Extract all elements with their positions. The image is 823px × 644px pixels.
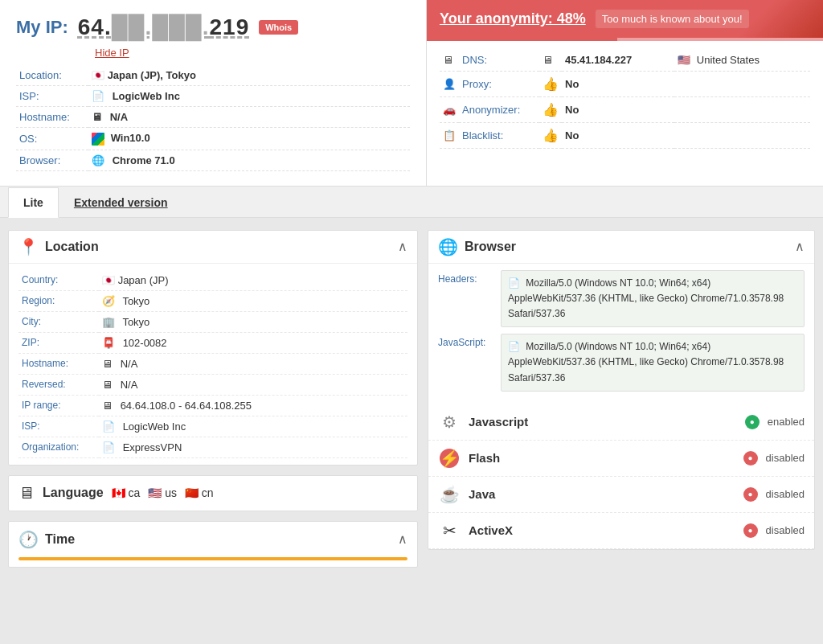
activex-row: ✂ ActiveX ● disabled [428, 513, 814, 549]
org-icon: 📄 [102, 441, 115, 453]
javascript-row: ⚙ Javascript ● enabled [428, 404, 814, 441]
location-header-left: 📍 Location [18, 237, 99, 256]
city-value: 🏢 Tokyo [99, 311, 407, 332]
dns-label: DNS: [459, 49, 539, 72]
loc-isp-label: ISP: [18, 416, 99, 437]
js-value: 📄 Mozilla/5.0 (Windows NT 10.0; Win64; x… [501, 334, 805, 392]
region-value: 🧭 Tokyo [99, 290, 407, 311]
isp-icon: 📄 [92, 90, 104, 102]
anonymity-subtitle: Too much is known about you! [596, 10, 749, 28]
my-ip-label: My IP: [16, 17, 68, 38]
reversed-label: Reversed: [18, 374, 99, 395]
anonymizer-label: Anonymizer: [459, 97, 539, 123]
java-icon-cell: ☕ [438, 483, 461, 506]
org-row: Organization: 📄 ExpressVPN [18, 437, 407, 457]
left-column: 📍 Location ∧ Country: 🇯🇵 Japan (JP) [8, 230, 418, 568]
location-collapse-icon[interactable]: ∧ [398, 239, 407, 254]
blacklist-thumb-cell: 👍 [539, 123, 562, 149]
headers-icon: 📄 [508, 277, 520, 289]
java-name: Java [469, 487, 735, 501]
right-column: 🌐 Browser ∧ Headers: 📄 Mozilla/5.0 (Wind… [428, 230, 815, 568]
anonymizer-icon-cell: 🚗 [440, 97, 459, 123]
dns-value: 45.41.184.227 [562, 49, 674, 72]
flash-icon: ⚡ [440, 449, 459, 468]
tab-extended[interactable]: Extended version [59, 187, 183, 218]
javascript-status: enabled [768, 416, 805, 428]
javascript-icon: ⚙ [442, 412, 457, 432]
time-card: 🕐 Time ∧ [8, 521, 418, 568]
country-row: Country: 🇯🇵 Japan (JP) [18, 270, 407, 291]
japan-flag-icon: 🇯🇵 [92, 69, 104, 81]
blacklist-label: Blacklist: [459, 123, 539, 149]
js-section: JavaScript: 📄 Mozilla/5.0 (Windows NT 10… [438, 334, 805, 392]
hostname-label: Hostname: [16, 107, 88, 128]
tab-lite[interactable]: Lite [8, 187, 59, 218]
zip-icon: 📮 [102, 337, 115, 349]
whois-badge[interactable]: Whois [259, 20, 298, 35]
windows-icon [92, 133, 104, 146]
anonymity-header: Your anonymity: 48% Too much is known ab… [427, 0, 823, 38]
isp-value: 📄 LogicWeb Inc [88, 86, 410, 107]
reversed-value: 🖥 N/A [99, 374, 407, 395]
isp-label: ISP: [16, 86, 88, 107]
region-icon: 🧭 [102, 295, 115, 307]
browser-card-body: Headers: 📄 Mozilla/5.0 (Windows NT 10.0;… [428, 264, 814, 404]
time-card-header: 🕐 Time ∧ [9, 522, 417, 557]
location-pin-icon: 📍 [18, 237, 39, 256]
java-row: ☕ Java ● disabled [428, 477, 814, 513]
us-flag-lang: 🇺🇸 us [148, 486, 177, 499]
us-flag-icon: 🇺🇸 [678, 54, 690, 66]
zip-label: ZIP: [18, 332, 99, 353]
browser-card-header: 🌐 Browser ∧ [428, 231, 814, 264]
java-status-icon: ● [743, 487, 758, 502]
flash-status: disabled [766, 452, 805, 464]
location-card-header: 📍 Location ∧ [9, 231, 417, 264]
dns-icon: 🖥 [443, 54, 453, 66]
loc-isp-icon: 📄 [102, 420, 115, 433]
region-row: Region: 🧭 Tokyo [18, 290, 407, 311]
location-card-body: Country: 🇯🇵 Japan (JP) Region: 🧭 Tokyo [9, 264, 417, 465]
anonymizer-icon: 🚗 [443, 104, 456, 116]
blacklist-icon-cell: 📋 [440, 123, 459, 149]
js-icon: 📄 [508, 341, 520, 352]
loc-hostname-value: 🖥 N/A [99, 353, 407, 374]
ip-range-row: IP range: 🖥 64.64.108.0 - 64.64.108.255 [18, 395, 407, 416]
dns-flag-icon: 🖥 [543, 54, 553, 66]
hostname-row: Hostname: 🖥 N/A [16, 107, 410, 128]
my-ip-panel: My IP: 64.██.███.219 Whois Hide IP Locat… [0, 0, 426, 186]
browser-value: 🌐 Chrome 71.0 [88, 150, 410, 170]
my-ip-header: My IP: 64.██.███.219 Whois [16, 14, 410, 40]
blacklist-thumb-icon: 👍 [543, 128, 559, 143]
location-row: Location: 🇯🇵 Japan (JP), Tokyo [16, 65, 410, 86]
loc-isp-row: ISP: 📄 LogicWeb Inc [18, 416, 407, 437]
loc-hostname-label: Hostname: [18, 353, 99, 374]
time-collapse-icon[interactable]: ∧ [398, 531, 407, 547]
my-ip-address: 64.██.███.219 [78, 14, 249, 40]
activex-status-icon: ● [743, 523, 758, 538]
os-label: OS: [16, 128, 88, 150]
language-icon: 🖥 [18, 484, 35, 502]
ip-range-label: IP range: [18, 395, 99, 416]
org-value: 📄 ExpressVPN [99, 437, 407, 457]
region-label: Region: [18, 290, 99, 311]
anonymity-title[interactable]: Your anonymity: 48% [440, 10, 586, 27]
ip-range-icon: 🖥 [102, 400, 113, 412]
city-icon: 🏢 [102, 316, 115, 328]
country-label: Country: [18, 270, 99, 291]
hide-ip-link[interactable]: Hide IP [95, 47, 129, 59]
proxy-icon-cell: 👤 [440, 72, 459, 97]
os-row: OS: Win10.0 [16, 128, 410, 150]
browser-row: Browser: 🌐 Chrome 71.0 [16, 150, 410, 170]
anonymizer-value: No [562, 97, 674, 123]
tabs-section: Lite Extended version [0, 187, 823, 218]
location-card-title: Location [45, 240, 99, 254]
dns-country-cell: 🇺🇸 United States [674, 49, 810, 72]
headers-label: Headers: [438, 270, 494, 285]
city-label: City: [18, 311, 99, 332]
language-card-title: Language [43, 486, 104, 500]
canada-flag: 🇨🇦 ca [112, 486, 141, 499]
js-label: JavaScript: [438, 334, 494, 348]
blacklist-icon: 📋 [443, 129, 456, 142]
browser-collapse-icon[interactable]: ∧ [795, 239, 805, 254]
activex-status: disabled [766, 524, 805, 536]
